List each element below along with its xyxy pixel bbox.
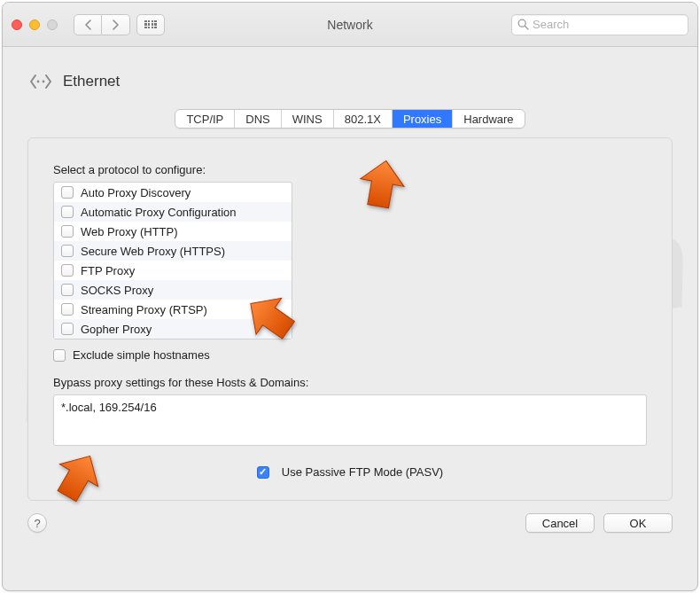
header-row: Ethernet: [3, 47, 697, 109]
protocol-item-label: Web Proxy (HTTP): [81, 225, 178, 238]
protocol-item-label: Streaming Proxy (RTSP): [81, 303, 207, 316]
svg-point-3: [43, 81, 45, 83]
chevron-left-icon: [84, 20, 92, 30]
pasv-row[interactable]: Use Passive FTP Mode (PASV): [53, 465, 647, 479]
exclude-label: Exclude simple hostnames: [73, 348, 210, 362]
protocol-item-label: SOCKS Proxy: [81, 284, 153, 297]
ethernet-icon: [27, 68, 54, 95]
checkbox[interactable]: [61, 186, 74, 199]
tab-label: 802.1X: [345, 113, 381, 126]
svg-point-2: [37, 81, 40, 83]
tab-dns[interactable]: DNS: [235, 110, 281, 128]
tab-strip: TCP/IP DNS WINS 802.1X Proxies Hardware: [3, 109, 697, 129]
tab-label: Hardware: [463, 113, 513, 126]
tab-8021x[interactable]: 802.1X: [334, 110, 393, 128]
help-icon: ?: [34, 517, 40, 530]
protocol-item-label: FTP Proxy: [81, 264, 135, 277]
checkbox[interactable]: [61, 303, 74, 316]
back-button[interactable]: [74, 14, 102, 35]
tab-label: Proxies: [403, 113, 441, 126]
pasv-label: Use Passive FTP Mode (PASV): [282, 465, 443, 479]
chevron-right-icon: [112, 20, 120, 30]
button-label: OK: [630, 517, 647, 530]
protocol-item-auto-discovery[interactable]: Auto Proxy Discovery: [54, 183, 292, 202]
tab-hardware[interactable]: Hardware: [453, 110, 524, 128]
exclude-hostnames-row[interactable]: Exclude simple hostnames: [53, 348, 647, 362]
protocol-item-socks[interactable]: SOCKS Proxy: [54, 280, 292, 300]
checkbox[interactable]: [61, 264, 74, 277]
minimize-window-button[interactable]: [29, 20, 40, 30]
grid-icon: [144, 20, 156, 29]
footer: ? Cancel OK: [3, 501, 697, 550]
pasv-checkbox[interactable]: [257, 466, 269, 479]
tabs: TCP/IP DNS WINS 802.1X Proxies Hardware: [175, 109, 525, 129]
tab-tcpip[interactable]: TCP/IP: [175, 110, 235, 128]
preferences-window: Network PCrisk.com Ethernet TCP/IP DNS W…: [2, 2, 698, 591]
search-icon: [517, 19, 529, 30]
checkbox[interactable]: [61, 284, 74, 296]
bypass-label: Bypass proxy settings for these Hosts & …: [53, 376, 647, 389]
protocol-item-label: Auto Proxy Discovery: [81, 186, 191, 199]
protocol-item-label: Automatic Proxy Configuration: [81, 206, 237, 219]
forward-button[interactable]: [102, 14, 130, 35]
nav-buttons: [74, 14, 130, 35]
protocol-item-rtsp[interactable]: Streaming Proxy (RTSP): [54, 300, 292, 319]
protocol-item-ftp[interactable]: FTP Proxy: [54, 261, 292, 280]
close-window-button[interactable]: [12, 20, 22, 30]
show-all-button[interactable]: [136, 14, 165, 35]
zoom-window-button[interactable]: [47, 20, 58, 30]
protocol-item-auto-config[interactable]: Automatic Proxy Configuration: [54, 202, 292, 222]
page-title: Ethernet: [63, 73, 120, 90]
window-controls: [12, 20, 58, 30]
help-button[interactable]: ?: [27, 513, 47, 533]
protocol-item-http[interactable]: Web Proxy (HTTP): [54, 222, 292, 241]
protocol-label: Select a protocol to configure:: [53, 163, 647, 176]
protocol-item-https[interactable]: Secure Web Proxy (HTTPS): [54, 241, 292, 261]
settings-panel: Select a protocol to configure: Auto Pro…: [27, 137, 673, 501]
titlebar: Network: [3, 3, 697, 47]
checkbox[interactable]: [61, 225, 74, 238]
tab-wins[interactable]: WINS: [282, 110, 334, 128]
protocol-list[interactable]: Auto Proxy Discovery Automatic Proxy Con…: [53, 182, 292, 339]
protocol-item-gopher[interactable]: Gopher Proxy: [54, 319, 292, 339]
bypass-value: *.local, 169.254/16: [61, 401, 157, 414]
protocol-item-label: Gopher Proxy: [81, 323, 152, 336]
checkbox[interactable]: [61, 245, 74, 257]
content-area: PCrisk.com Ethernet TCP/IP DNS WINS 802.…: [3, 47, 697, 590]
cancel-button[interactable]: Cancel: [525, 513, 595, 533]
bypass-textarea[interactable]: *.local, 169.254/16: [53, 394, 647, 446]
checkbox[interactable]: [61, 206, 74, 218]
tab-label: WINS: [292, 113, 323, 126]
search-input[interactable]: [533, 18, 682, 31]
tab-label: TCP/IP: [186, 113, 223, 126]
tab-proxies[interactable]: Proxies: [393, 110, 453, 128]
button-label: Cancel: [542, 517, 578, 530]
tab-label: DNS: [245, 113, 269, 126]
search-field-wrap[interactable]: [511, 14, 688, 35]
checkbox[interactable]: [61, 323, 74, 335]
ok-button[interactable]: OK: [603, 513, 673, 533]
svg-line-1: [525, 26, 528, 29]
exclude-checkbox[interactable]: [53, 349, 66, 362]
protocol-item-label: Secure Web Proxy (HTTPS): [81, 245, 225, 258]
